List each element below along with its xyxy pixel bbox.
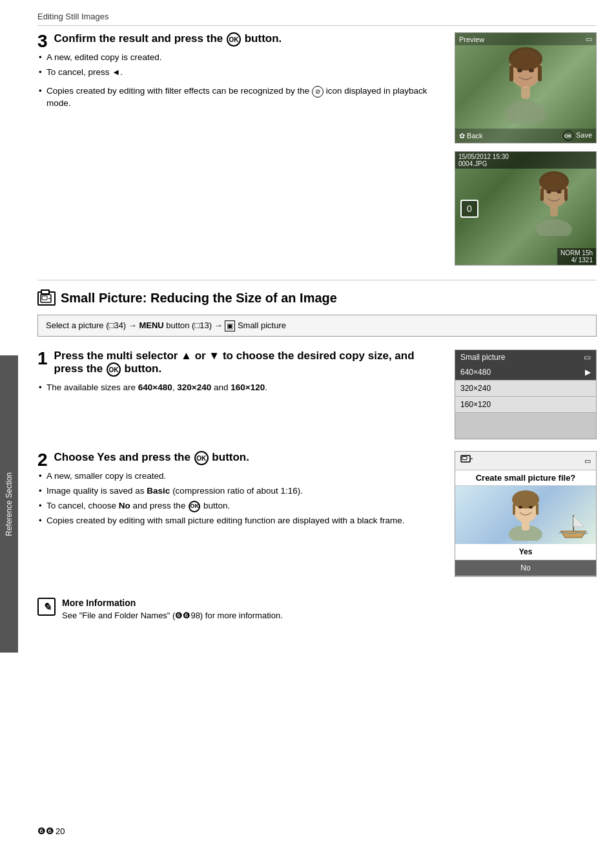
step3-bullets: A new, edited copy is created. To cancel… (37, 52, 442, 79)
no-button[interactable]: No (455, 560, 596, 576)
filter-icon: ⊘ (312, 86, 323, 98)
norm-label: NORM 15h (560, 249, 593, 257)
create-face-svg (506, 489, 545, 541)
save-label: OK Save (562, 131, 592, 141)
date-label: 15/05/2012 15:30 (458, 153, 509, 160)
svg-point-15 (547, 191, 551, 194)
svg-point-2 (509, 47, 542, 70)
sidebar: Reference Section (0, 355, 18, 653)
menu-item-160[interactable]: 160×120 (455, 397, 596, 413)
menu-item-640-label: 640×480 (460, 368, 491, 377)
menu-empty-area (455, 413, 596, 439)
svg-marker-33 (573, 516, 584, 527)
size-320: 320×240 (177, 383, 211, 392)
menu-screen-header: Small picture ▭ (455, 350, 596, 364)
svg-point-29 (518, 506, 522, 508)
step3-left: 3 Confirm the result and press the OK bu… (37, 32, 442, 115)
path-text: Select a picture (□34) → MENU button (□1… (46, 320, 286, 330)
svg-point-16 (557, 191, 562, 194)
svg-rect-25 (513, 503, 515, 515)
step2-bullet-2: Image quality is saved as Basic (compres… (37, 485, 442, 498)
step3-title: Confirm the result and press the OK butt… (54, 32, 442, 47)
svg-point-30 (529, 506, 533, 508)
section-icon-svg (40, 293, 53, 304)
svg-rect-11 (540, 188, 544, 201)
svg-point-5 (505, 101, 546, 123)
menu-label: MENU (139, 320, 163, 330)
more-info-content: More Information See "File and Folder Na… (62, 598, 283, 620)
menu-item-320-label: 320×240 (460, 384, 491, 393)
ok-btn-step2: OK (194, 451, 209, 465)
step1-bullet-1: The available sizes are 640×480, 320×240… (37, 382, 442, 394)
menu-item-640-arrow: ▶ (585, 368, 591, 377)
yes-button[interactable]: Yes (455, 544, 596, 560)
svg-rect-4 (538, 65, 542, 81)
svg-rect-14 (550, 206, 558, 216)
no-text: No (119, 501, 130, 510)
step1-bullets: The available sizes are 640×480, 320×240… (37, 382, 442, 394)
filename-label: 0004.JPG (458, 160, 593, 167)
menu-item-160-label: 160×120 (460, 400, 491, 409)
section-divider (37, 280, 597, 280)
screen-info-bar: 15/05/2012 15:30 0004.JPG (455, 152, 596, 169)
battery-icon: ▭ (586, 35, 592, 43)
step3-bullet-1: A new, edited copy is created. (37, 52, 442, 64)
more-info-heading: More Information (62, 598, 283, 608)
size-640: 640×480 (138, 383, 172, 392)
preview-label: Preview (459, 36, 484, 43)
step2-bullets: A new, smaller copy is created. Image qu… (37, 470, 442, 527)
create-screen-battery: ▭ (584, 457, 591, 465)
step2-block: 2 Choose Yes and press the OK button. A … (37, 451, 597, 577)
svg-rect-28 (522, 521, 529, 530)
path-bar: Select a picture (□34) → MENU button (□1… (37, 315, 597, 337)
menu-header-label: Small picture (460, 353, 505, 362)
svg-rect-3 (509, 65, 513, 81)
footer-page: 20 (56, 826, 65, 836)
svg-point-24 (512, 490, 539, 508)
svg-rect-19 (48, 298, 50, 299)
create-screen-title: Create small picture file? (455, 470, 596, 486)
step2-bullet-3: To cancel, choose No and press the OK bu… (37, 500, 442, 512)
svg-marker-31 (560, 531, 586, 538)
yes-text: Yes (97, 452, 116, 464)
more-info-box: ✎ More Information See "File and Folder … (37, 592, 597, 620)
small-picture-menu: Small picture ▭ 640×480 ▶ 320×240 160×12… (455, 350, 597, 439)
svg-rect-21 (462, 457, 467, 460)
preview-screen: Preview ▭ (455, 32, 597, 143)
create-screen-header: ▭ (455, 452, 596, 470)
step3-number: 3 (37, 32, 48, 50)
counter-label: 4/ 1321 (560, 257, 593, 264)
sidebar-label: Reference Section (5, 472, 14, 536)
create-small-picture-screen: ▭ Create small picture file? (455, 451, 597, 577)
svg-point-8 (529, 68, 534, 72)
basic-text: Basic (147, 486, 170, 496)
menu-item-640[interactable]: 640×480 ▶ (455, 364, 596, 381)
ok-button-icon: OK (227, 32, 241, 47)
step3-title-prefix: Confirm the result and press the (54, 32, 223, 45)
face-svg-2 (531, 171, 577, 236)
section2-title: Small Picture: Reducing the Size of an I… (61, 291, 337, 306)
step1-left: 1 Press the multi selector ▲ or ▼ to cho… (37, 350, 442, 399)
svg-rect-18 (42, 296, 47, 300)
step3-block: 3 Confirm the result and press the OK bu… (37, 32, 597, 266)
step1-title: Press the multi selector ▲ or ▼ to choos… (54, 350, 442, 377)
screen-top-bar: Preview ▭ (455, 33, 596, 45)
menu-item-320[interactable]: 320×240 (455, 381, 596, 397)
screen-bottom-bar: ✿ Back OK Save (455, 129, 596, 143)
no-label: No (520, 563, 530, 572)
playback-screen: 15/05/2012 15:30 0004.JPG 0 (455, 151, 597, 266)
pencil-icon: ✎ (43, 601, 51, 613)
screen-preview-area: Preview ▭ (455, 33, 596, 143)
left-arrow: ◄ (112, 67, 120, 77)
boat-svg (557, 508, 590, 541)
face-silhouette-svg (500, 46, 551, 123)
svg-rect-12 (564, 188, 568, 201)
screen-bottom-info: NORM 15h 4/ 1321 (557, 248, 596, 265)
create-header-icon (460, 454, 475, 467)
step3-extra: Copies created by editing with filter ef… (37, 85, 442, 115)
page-container: Reference Section Editing Still Images 3… (0, 0, 616, 849)
step3-right: Preview ▭ (455, 32, 597, 266)
more-info-text: See "File and Folder Names" (❻❻98) for m… (62, 611, 283, 620)
svg-point-13 (536, 219, 572, 236)
page-footer: ❻❻ 20 (18, 826, 616, 836)
